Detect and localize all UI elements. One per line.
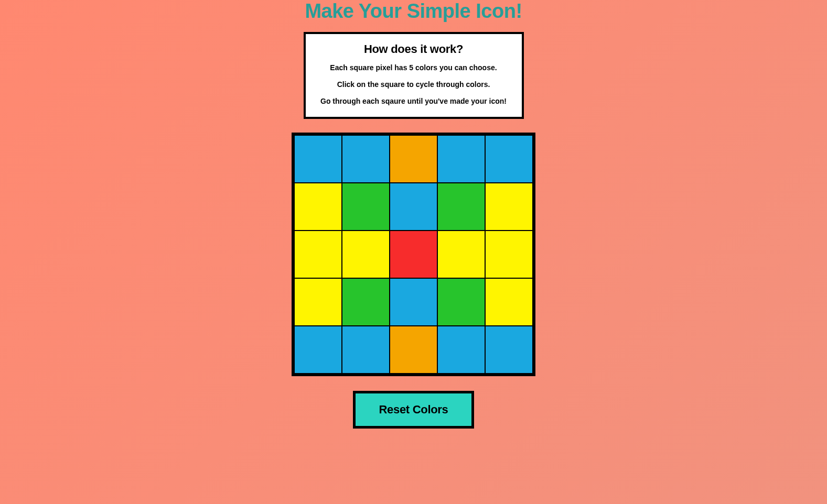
pixel-cell[interactable] (295, 279, 341, 325)
pixel-cell[interactable] (390, 183, 437, 230)
pixel-cell[interactable] (295, 136, 341, 182)
instructions-line-1: Each square pixel has 5 colors you can c… (317, 63, 510, 72)
instructions-heading: How does it work? (317, 42, 510, 56)
instructions-text: Each square pixel has (330, 63, 409, 72)
pixel-cell[interactable] (390, 326, 437, 373)
pixel-cell[interactable] (390, 231, 437, 278)
instructions-line-2: Click on the square to cycle through col… (317, 80, 510, 89)
pixel-cell[interactable] (486, 279, 532, 325)
pixel-cell[interactable] (295, 231, 341, 278)
pixel-cell[interactable] (438, 183, 485, 230)
pixel-cell[interactable] (486, 183, 532, 230)
pixel-cell[interactable] (438, 326, 485, 373)
pixel-grid-container (292, 133, 535, 376)
pixel-cell[interactable] (342, 279, 389, 325)
pixel-cell[interactable] (342, 183, 389, 230)
pixel-cell[interactable] (342, 136, 389, 182)
reset-colors-button[interactable]: Reset Colors (353, 391, 474, 429)
pixel-cell[interactable] (390, 279, 437, 325)
pixel-grid (295, 136, 532, 373)
instructions-panel: How does it work? Each square pixel has … (304, 32, 524, 119)
page-title: Make Your Simple Icon! (305, 0, 522, 23)
pixel-cell[interactable] (438, 231, 485, 278)
pixel-cell[interactable] (390, 136, 437, 182)
pixel-cell[interactable] (295, 183, 341, 230)
pixel-cell[interactable] (438, 136, 485, 182)
instructions-line-3: Go through each sqaure until you've made… (317, 97, 510, 105)
pixel-cell[interactable] (342, 326, 389, 373)
pixel-cell[interactable] (342, 231, 389, 278)
pixel-cell[interactable] (486, 136, 532, 182)
pixel-cell[interactable] (486, 326, 532, 373)
instructions-text: you can choose. (437, 63, 497, 72)
instructions-bold: 5 colors (409, 63, 437, 72)
pixel-cell[interactable] (295, 326, 341, 373)
pixel-cell[interactable] (486, 231, 532, 278)
pixel-cell[interactable] (438, 279, 485, 325)
